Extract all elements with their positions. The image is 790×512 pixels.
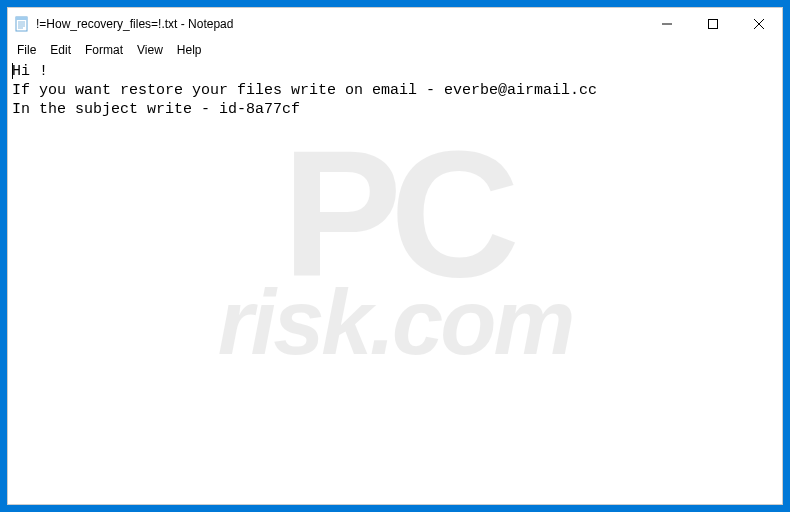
- menu-edit[interactable]: Edit: [43, 42, 78, 58]
- menu-file[interactable]: File: [10, 42, 43, 58]
- svg-rect-7: [709, 20, 718, 29]
- notepad-icon: [14, 16, 30, 32]
- notepad-window: !=How_recovery_files=!.txt - Notepad Fil…: [7, 7, 783, 505]
- minimize-button[interactable]: [644, 8, 690, 40]
- window-controls: [644, 8, 782, 40]
- close-button[interactable]: [736, 8, 782, 40]
- minimize-icon: [662, 19, 672, 29]
- window-title: !=How_recovery_files=!.txt - Notepad: [36, 17, 644, 31]
- text-area[interactable]: Hi ! If you want restore your files writ…: [8, 60, 782, 504]
- maximize-button[interactable]: [690, 8, 736, 40]
- text-caret: [12, 63, 13, 79]
- titlebar[interactable]: !=How_recovery_files=!.txt - Notepad: [8, 8, 782, 40]
- close-icon: [754, 19, 764, 29]
- menu-help[interactable]: Help: [170, 42, 209, 58]
- menu-view[interactable]: View: [130, 42, 170, 58]
- maximize-icon: [708, 19, 718, 29]
- content-line: In the subject write - id-8a77cf: [12, 101, 300, 118]
- menubar: File Edit Format View Help: [8, 40, 782, 60]
- menu-format[interactable]: Format: [78, 42, 130, 58]
- content-line: If you want restore your files write on …: [12, 82, 597, 99]
- svg-rect-1: [16, 17, 27, 20]
- content-line: Hi !: [12, 63, 48, 80]
